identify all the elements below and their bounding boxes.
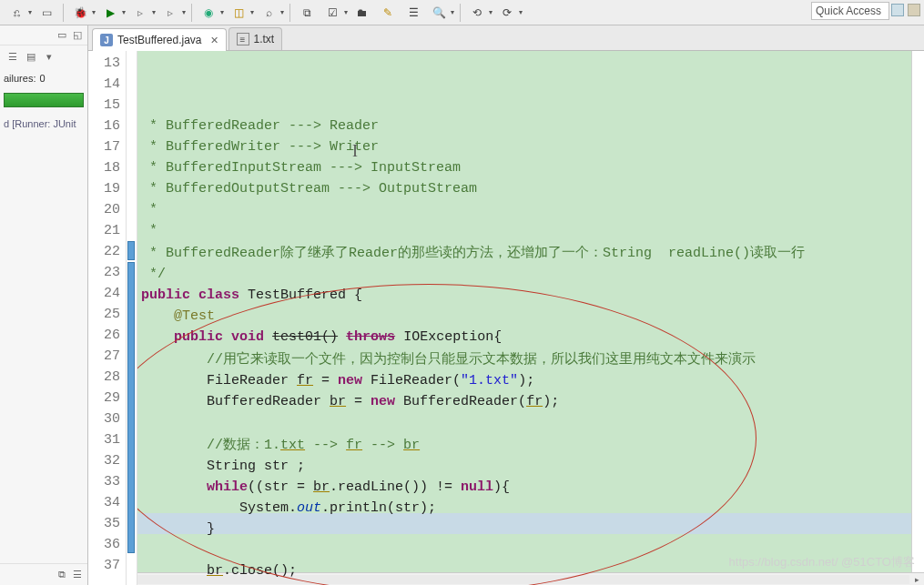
perspective-icon[interactable] (908, 4, 920, 16)
dropdown-icon[interactable]: ▾ (92, 8, 96, 16)
runner-label: d [Runner: JUnit (0, 113, 87, 135)
tab-1txt[interactable]: ≡ 1.txt (228, 27, 283, 50)
line-number-gutter: 1314151617181920212223242526272829303132… (88, 51, 127, 585)
toolbar-button[interactable]: ▭ (36, 3, 57, 23)
java-file-icon: J (100, 34, 113, 46)
dropdown-icon[interactable]: ▾ (122, 8, 126, 16)
toolbar-button[interactable]: ⟳ (496, 3, 518, 23)
dropdown-icon[interactable]: ▾ (220, 8, 224, 16)
filter-icon[interactable]: ☰ (70, 568, 84, 581)
junit-panel: ▭ ◱ ☰ ▤ ▾ ailures: 0 d [Runner: JUnit ⧉ … (0, 25, 88, 585)
code-editor[interactable]: 1314151617181920212223242526272829303132… (88, 51, 924, 585)
run-button[interactable]: ▶ (99, 3, 121, 23)
view-list-icon[interactable]: ☰ (5, 50, 19, 64)
dropdown-icon[interactable]: ▾ (519, 8, 523, 16)
toolbar-button[interactable]: ⧉ (296, 3, 318, 23)
separator (63, 4, 64, 22)
minimize-icon[interactable]: ▭ (55, 28, 68, 42)
dropdown-icon[interactable]: ▾ (451, 8, 454, 16)
debug-button[interactable]: 🐞 (69, 3, 91, 23)
overview-ruler[interactable] (911, 51, 924, 585)
dropdown-icon[interactable]: ▾ (250, 8, 254, 16)
failures-count: 0 (39, 73, 45, 84)
view-tree-icon[interactable]: ▤ (24, 50, 37, 64)
dropdown-icon[interactable]: ▾ (28, 8, 32, 16)
code-text[interactable]: * BufferedReader ---> Reader * BufferedW… (137, 51, 911, 585)
tab-label: 1.txt (254, 33, 275, 45)
toolbar-button[interactable]: ☰ (402, 3, 424, 23)
tab-testbuffered[interactable]: J TestBuffered.java ✕ (92, 28, 227, 51)
separator (460, 4, 461, 22)
failures-label: ailures: (4, 73, 36, 84)
quick-access-input[interactable]: Quick Access (811, 2, 889, 20)
search-button[interactable]: 🔍 (428, 3, 450, 23)
main-toolbar: ⎌ ▾ ▭ 🐞 ▾ ▶ ▾ ▹ ▾ ▹ ▾ ◉ ▾ ◫ ▾ ⌕ ▾ ⧉ ☑ ▾ … (0, 0, 924, 25)
editor-tabs: J TestBuffered.java ✕ ≡ 1.txt (88, 25, 924, 51)
separator (289, 4, 290, 22)
toolbar-button[interactable]: ▹ (159, 3, 181, 23)
perspective-icon[interactable] (891, 4, 904, 16)
progress-bar (4, 93, 84, 107)
dropdown-icon[interactable]: ▾ (489, 8, 492, 16)
compare-icon[interactable]: ⧉ (55, 568, 68, 581)
toolbar-button[interactable]: ⎌ (5, 3, 27, 23)
marker-column (127, 51, 137, 585)
dropdown-icon[interactable]: ▾ (344, 8, 348, 16)
dropdown-icon[interactable]: ▾ (152, 8, 156, 16)
editor-area: J TestBuffered.java ✕ ≡ 1.txt 1314151617… (88, 25, 924, 585)
dropdown-icon[interactable]: ▾ (182, 8, 186, 16)
text-file-icon: ≡ (237, 33, 249, 45)
maximize-icon[interactable]: ◱ (70, 28, 84, 42)
dropdown-icon[interactable]: ▾ (280, 8, 284, 16)
new-class-button[interactable]: ◉ (198, 3, 219, 23)
scroll-right-button[interactable]: ▸ (909, 574, 924, 585)
new-package-button[interactable]: ◫ (228, 3, 249, 23)
toolbar-button[interactable]: ▹ (129, 3, 151, 23)
tab-label: TestBuffered.java (117, 34, 202, 46)
menu-icon[interactable]: ▾ (42, 50, 56, 64)
toolbar-button[interactable]: ☑ (321, 3, 343, 23)
toolbar-button[interactable]: 🖿 (351, 3, 373, 23)
separator (191, 4, 192, 22)
close-icon[interactable]: ✕ (210, 35, 218, 46)
toolbar-button[interactable]: ⟲ (466, 3, 488, 23)
toolbar-button[interactable]: ✎ (377, 3, 399, 23)
open-type-button[interactable]: ⌕ (258, 3, 279, 23)
